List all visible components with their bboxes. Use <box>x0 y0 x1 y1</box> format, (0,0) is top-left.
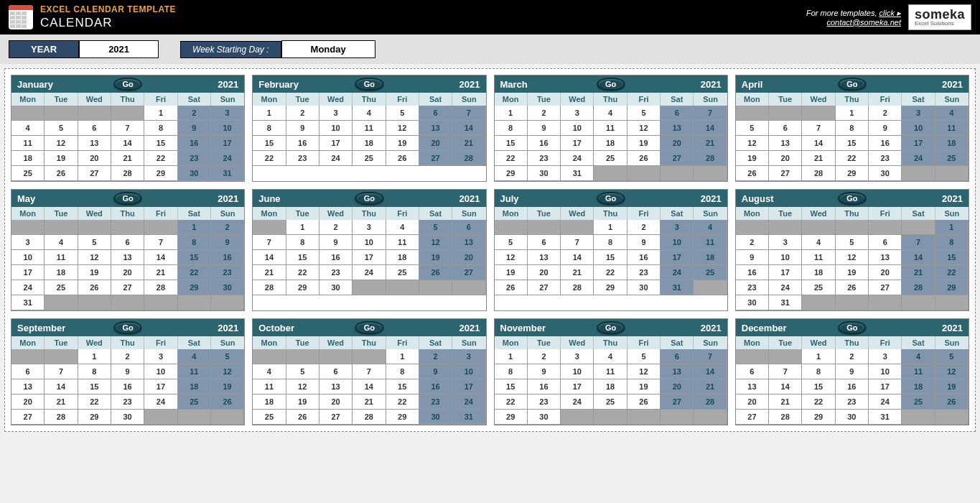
day-cell[interactable]: 21 <box>802 151 835 166</box>
day-cell[interactable]: 21 <box>111 151 144 166</box>
day-cell[interactable]: 26 <box>419 265 452 280</box>
day-cell[interactable]: 17 <box>769 265 802 280</box>
day-cell[interactable]: 16 <box>836 379 869 394</box>
day-cell[interactable]: 20 <box>319 394 353 410</box>
day-cell[interactable]: 12 <box>935 364 969 379</box>
day-cell[interactable]: 21 <box>45 394 78 410</box>
day-cell[interactable]: 6 <box>111 235 144 250</box>
day-cell[interactable]: 18 <box>802 265 835 280</box>
day-cell[interactable]: 5 <box>286 364 319 379</box>
day-cell[interactable]: 27 <box>769 166 802 181</box>
day-cell[interactable]: 23 <box>836 394 869 410</box>
day-cell[interactable]: 3 <box>661 220 694 235</box>
day-cell[interactable]: 13 <box>661 121 694 136</box>
day-cell[interactable]: 25 <box>935 151 969 166</box>
day-cell[interactable]: 29 <box>178 280 211 295</box>
day-cell[interactable]: 1 <box>802 349 835 364</box>
day-cell[interactable]: 19 <box>736 151 769 166</box>
day-cell[interactable]: 13 <box>419 121 452 136</box>
day-cell[interactable]: 7 <box>802 121 835 136</box>
day-cell[interactable]: 2 <box>111 349 144 364</box>
day-cell[interactable]: 18 <box>253 394 286 410</box>
day-cell[interactable]: 26 <box>627 151 661 166</box>
day-cell[interactable]: 24 <box>561 151 594 166</box>
day-cell[interactable]: 10 <box>144 364 177 379</box>
day-cell[interactable]: 3 <box>353 220 386 235</box>
day-cell[interactable]: 1 <box>836 106 869 121</box>
day-cell[interactable]: 5 <box>836 235 869 250</box>
day-cell[interactable]: 11 <box>11 136 45 151</box>
day-cell[interactable]: 24 <box>769 280 802 295</box>
day-cell[interactable]: 19 <box>836 265 869 280</box>
day-cell[interactable]: 25 <box>353 151 386 166</box>
go-button[interactable]: Go <box>355 192 383 205</box>
day-cell[interactable]: 15 <box>836 136 869 151</box>
day-cell[interactable]: 6 <box>528 235 561 250</box>
day-cell[interactable]: 2 <box>286 106 319 121</box>
day-cell[interactable]: 13 <box>769 136 802 151</box>
day-cell[interactable]: 6 <box>736 364 769 379</box>
day-cell[interactable]: 15 <box>594 250 627 265</box>
day-cell[interactable]: 9 <box>286 121 319 136</box>
day-cell[interactable]: 11 <box>594 121 627 136</box>
day-cell[interactable]: 12 <box>836 250 869 265</box>
day-cell[interactable]: 28 <box>144 280 177 295</box>
day-cell[interactable]: 12 <box>286 379 319 394</box>
day-cell[interactable]: 11 <box>694 235 727 250</box>
day-cell[interactable]: 11 <box>902 364 935 379</box>
day-cell[interactable]: 16 <box>528 379 561 394</box>
go-button[interactable]: Go <box>838 78 866 91</box>
day-cell[interactable]: 4 <box>386 220 419 235</box>
day-cell[interactable]: 9 <box>419 364 452 379</box>
day-cell[interactable]: 20 <box>111 265 144 280</box>
day-cell[interactable]: 17 <box>11 265 45 280</box>
day-cell[interactable]: 11 <box>802 250 835 265</box>
day-cell[interactable]: 9 <box>736 250 769 265</box>
day-cell[interactable]: 2 <box>419 349 452 364</box>
day-cell[interactable]: 10 <box>869 364 902 379</box>
day-cell[interactable]: 29 <box>935 280 969 295</box>
day-cell[interactable]: 10 <box>902 121 935 136</box>
day-cell[interactable]: 11 <box>353 121 386 136</box>
day-cell[interactable]: 10 <box>211 121 244 136</box>
day-cell[interactable]: 11 <box>253 379 286 394</box>
day-cell[interactable]: 8 <box>594 235 627 250</box>
day-cell[interactable]: 6 <box>661 349 694 364</box>
day-cell[interactable]: 29 <box>836 166 869 181</box>
day-cell[interactable]: 5 <box>386 106 419 121</box>
day-cell[interactable]: 19 <box>935 379 969 394</box>
day-cell[interactable]: 25 <box>802 280 835 295</box>
day-cell[interactable]: 16 <box>286 136 319 151</box>
day-cell[interactable]: 17 <box>211 136 244 151</box>
week-start-input[interactable]: Monday <box>281 40 375 58</box>
day-cell[interactable]: 20 <box>869 265 902 280</box>
day-cell[interactable]: 16 <box>869 136 902 151</box>
day-cell[interactable]: 18 <box>45 265 78 280</box>
day-cell[interactable]: 24 <box>11 280 45 295</box>
go-button[interactable]: Go <box>355 321 383 334</box>
day-cell[interactable]: 25 <box>253 410 286 425</box>
day-cell[interactable]: 18 <box>694 250 727 265</box>
day-cell[interactable]: 7 <box>111 121 144 136</box>
day-cell[interactable]: 4 <box>694 220 727 235</box>
day-cell[interactable]: 6 <box>11 364 45 379</box>
day-cell[interactable]: 15 <box>495 136 528 151</box>
day-cell[interactable]: 5 <box>211 349 244 364</box>
day-cell[interactable]: 17 <box>452 379 485 394</box>
day-cell[interactable]: 18 <box>594 379 627 394</box>
day-cell[interactable]: 10 <box>561 121 594 136</box>
day-cell[interactable]: 7 <box>694 349 727 364</box>
day-cell[interactable]: 6 <box>419 106 452 121</box>
day-cell[interactable]: 11 <box>178 364 211 379</box>
day-cell[interactable]: 15 <box>386 379 419 394</box>
day-cell[interactable]: 29 <box>286 280 319 295</box>
day-cell[interactable]: 3 <box>869 349 902 364</box>
go-button[interactable]: Go <box>113 321 141 334</box>
day-cell[interactable]: 31 <box>769 295 802 310</box>
day-cell[interactable]: 9 <box>869 121 902 136</box>
day-cell[interactable]: 10 <box>561 364 594 379</box>
day-cell[interactable]: 28 <box>452 151 485 166</box>
day-cell[interactable]: 18 <box>935 136 969 151</box>
day-cell[interactable]: 21 <box>561 265 594 280</box>
day-cell[interactable]: 14 <box>253 250 286 265</box>
